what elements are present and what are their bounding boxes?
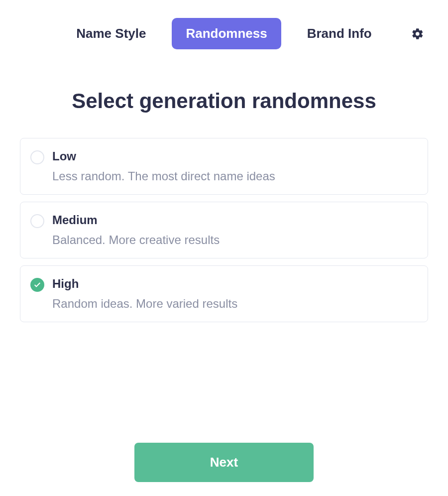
next-button[interactable]: Next <box>134 443 314 482</box>
option-title: High <box>52 277 237 291</box>
option-medium[interactable]: Medium Balanced. More creative results <box>20 202 428 258</box>
tabs-group: Name Style Randomness Brand Info <box>62 18 385 49</box>
option-text: Medium Balanced. More creative results <box>52 213 220 247</box>
radio-checked-icon <box>30 278 44 292</box>
option-text: High Random ideas. More varied results <box>52 277 237 311</box>
option-text: Low Less random. The most direct name id… <box>52 149 275 183</box>
option-high[interactable]: High Random ideas. More varied results <box>20 265 428 322</box>
option-title: Medium <box>52 213 220 227</box>
option-desc: Less random. The most direct name ideas <box>52 169 275 183</box>
footer-actions: Next <box>20 443 428 496</box>
option-desc: Balanced. More creative results <box>52 233 220 247</box>
option-desc: Random ideas. More varied results <box>52 297 237 311</box>
gear-icon <box>411 27 424 40</box>
spacer <box>20 322 428 443</box>
check-icon <box>33 281 41 289</box>
tab-bar: Name Style Randomness Brand Info <box>20 18 428 49</box>
radio-unchecked-icon <box>30 214 44 228</box>
radio-unchecked-icon <box>30 150 44 164</box>
tab-name-style[interactable]: Name Style <box>62 18 160 49</box>
option-low[interactable]: Low Less random. The most direct name id… <box>20 138 428 195</box>
tab-brand-info[interactable]: Brand Info <box>293 18 386 49</box>
page-heading: Select generation randomness <box>20 89 428 113</box>
tab-randomness[interactable]: Randomness <box>172 18 281 49</box>
option-title: Low <box>52 149 275 163</box>
randomness-options: Low Less random. The most direct name id… <box>20 138 428 322</box>
settings-button[interactable] <box>407 23 428 44</box>
